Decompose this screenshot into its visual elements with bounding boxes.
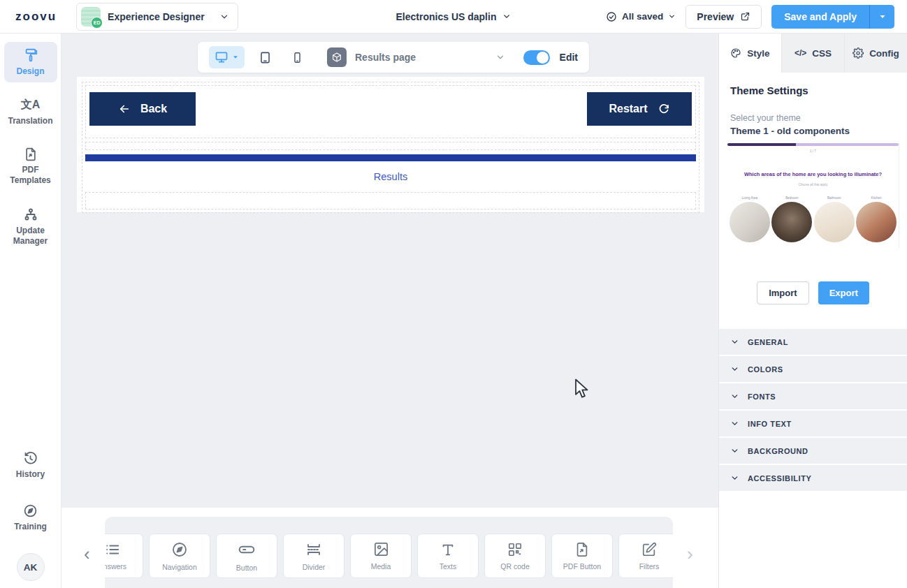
theme-preview-options: Living Area Bedroom Bathroom Kitchen: [727, 196, 899, 242]
palette-item-navigation[interactable]: Navigation: [149, 534, 210, 578]
device-tablet-button[interactable]: [253, 47, 277, 68]
palette-item-divider[interactable]: Divider: [283, 534, 344, 578]
page-selector-value[interactable]: Results page: [355, 52, 416, 63]
palette-scroll-right-button[interactable]: ›: [687, 543, 693, 565]
option-label: Bedroom: [785, 196, 798, 200]
save-and-apply-group: Save and Apply: [771, 5, 894, 29]
sidebar-item-update-manager[interactable]: Update Manager: [4, 201, 57, 252]
user-avatar[interactable]: AK: [17, 553, 45, 581]
chevron-down-icon: [730, 337, 739, 346]
sidebar-item-translation[interactable]: 文A Translation: [4, 92, 57, 132]
divider-component[interactable]: [85, 154, 696, 161]
device-desktop-button[interactable]: [209, 46, 245, 68]
project-name: Electronics US daplin: [396, 11, 497, 22]
tab-label: Config: [869, 48, 899, 59]
restart-icon: [658, 103, 670, 115]
results-text-component[interactable]: Results: [85, 161, 696, 192]
palette-scroll-left-button[interactable]: ‹: [84, 543, 90, 565]
zoovu-logo: zoovu: [15, 10, 57, 24]
theme-preview-option: Bedroom: [771, 196, 813, 242]
selected-theme-name[interactable]: Theme 1 - old components: [719, 123, 907, 136]
experience-designer-icon: ED: [81, 7, 101, 27]
export-button[interactable]: Export: [818, 281, 869, 304]
qr-code-icon: [507, 542, 523, 557]
palette-item-label: QR code: [500, 562, 529, 571]
sidebar-item-label: Translation: [8, 116, 52, 126]
restart-button[interactable]: Restart: [587, 92, 692, 126]
accordion-info-text[interactable]: INFO TEXT: [719, 411, 907, 436]
sidebar-item-label: Design: [16, 66, 44, 77]
sidebar-item-history[interactable]: History: [4, 446, 57, 485]
empty-dropzone-row[interactable]: [85, 142, 696, 150]
preview-button[interactable]: Preview: [685, 5, 762, 29]
device-mobile-button[interactable]: [286, 47, 309, 68]
chevron-down-icon: [502, 12, 511, 21]
panel-tabs: Style </> CSS Config: [719, 34, 907, 73]
page-selector-chevron-icon[interactable]: [495, 52, 505, 62]
accordion-label: INFO TEXT: [748, 420, 792, 428]
living-area-image: [730, 202, 770, 242]
sidebar-item-label: PDF Templates: [6, 165, 56, 186]
accordion-label: BACKGROUND: [748, 447, 808, 455]
accordion-background[interactable]: BACKGROUND: [719, 438, 907, 464]
tab-css[interactable]: </> CSS: [781, 34, 844, 73]
palette-item-pdf-button[interactable]: PDF Button: [551, 534, 613, 578]
palette-item-answers[interactable]: Answers: [105, 534, 143, 578]
project-name-dropdown[interactable]: Electronics US daplin: [396, 11, 511, 22]
palette-item-media[interactable]: Media: [350, 534, 412, 578]
option-label: Living Area: [742, 196, 757, 200]
tab-config[interactable]: Config: [844, 34, 907, 73]
theme-preview-step-label: 1 / 7: [727, 149, 899, 153]
answers-icon: [105, 542, 120, 557]
component-palette: Answers Navigation Button Divider Media …: [105, 517, 673, 588]
paint-roller-icon: [23, 47, 38, 63]
theme-preview-thumbnail[interactable]: 1 / 7 Which areas of the home are you lo…: [727, 143, 899, 248]
tab-style[interactable]: Style: [719, 34, 781, 73]
accordion-colors[interactable]: COLORS: [719, 356, 907, 382]
pdf-file-icon: [574, 542, 590, 557]
bedroom-image: [771, 202, 812, 242]
import-button[interactable]: Import: [757, 281, 808, 304]
text-icon: [440, 542, 456, 557]
accordion-fonts[interactable]: FONTS: [719, 383, 907, 409]
theme-preview-progress-bar: [727, 143, 899, 146]
accordion-general[interactable]: GENERAL: [719, 329, 907, 355]
external-link-icon: [740, 11, 750, 22]
select-theme-label: Select your theme: [719, 96, 907, 123]
sidebar-item-design[interactable]: Design: [4, 42, 57, 82]
palette-item-label: Filters: [639, 562, 660, 571]
theme-preview-option: Living Area: [729, 196, 771, 242]
sidebar-item-label: Training: [14, 522, 47, 532]
code-icon: </>: [794, 48, 806, 58]
save-and-apply-button[interactable]: Save and Apply: [771, 5, 869, 29]
empty-dropzone-row[interactable]: [85, 192, 696, 210]
page-header-section[interactable]: Back Restart: [85, 85, 696, 138]
chevron-down-icon: [730, 473, 739, 483]
sidebar-item-training[interactable]: Training: [4, 498, 57, 538]
save-and-apply-caret-button[interactable]: [869, 5, 894, 29]
chevron-down-icon: [730, 392, 739, 401]
page-type-icon: [327, 47, 347, 67]
back-button[interactable]: Back: [89, 92, 196, 126]
palette-item-button[interactable]: Button: [216, 534, 277, 578]
mobile-icon: [291, 52, 303, 64]
save-status-dropdown[interactable]: All saved: [606, 11, 676, 22]
history-clock-icon: [23, 451, 38, 466]
translate-icon: 文A: [21, 98, 41, 112]
chevron-down-icon: [219, 12, 229, 22]
save-status-label: All saved: [622, 11, 663, 22]
app-switcher-dropdown[interactable]: ED Experience Designer: [76, 3, 238, 31]
palette-item-filters[interactable]: Filters: [618, 534, 673, 578]
palette-item-texts[interactable]: Texts: [417, 534, 479, 578]
style-panel: Style </> CSS Config Theme Settings Sele…: [718, 34, 907, 588]
chevron-down-icon: [730, 419, 739, 428]
accordion-label: ACCESSIBILITY: [748, 474, 812, 483]
sidebar-item-pdf-templates[interactable]: PDF Templates: [4, 142, 57, 191]
option-label: Bathroom: [827, 196, 841, 200]
palette-item-qr-code[interactable]: QR code: [484, 534, 546, 578]
palette-item-label: Navigation: [162, 563, 197, 571]
edit-toggle[interactable]: [523, 50, 550, 65]
palette-icon: [730, 47, 741, 59]
palette-item-label: Divider: [303, 563, 326, 571]
accordion-accessibility[interactable]: ACCESSIBILITY: [719, 465, 907, 491]
